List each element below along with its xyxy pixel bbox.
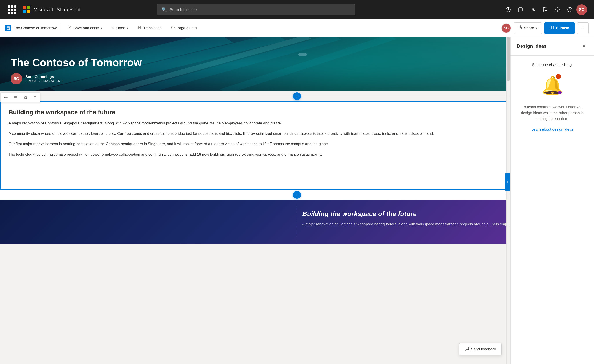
svg-point-11 xyxy=(567,7,572,12)
svg-rect-3 xyxy=(27,10,30,13)
translation-label: Translation xyxy=(143,26,162,30)
add-section-button-top[interactable]: + xyxy=(0,92,594,101)
user-avatar-button[interactable]: SC xyxy=(576,4,587,15)
two-column-layout: Building the workspace of the future A m… xyxy=(0,102,594,190)
save-close-chevron-icon: ▾ xyxy=(101,26,102,30)
page-content: The Contoso of Tomorrow SC Sara Cummings… xyxy=(0,37,594,364)
close-panel-button[interactable]: ✕ xyxy=(580,42,588,50)
panel-title: Design ideas xyxy=(517,43,547,49)
content-para-3: Our first major redevelopment is nearing… xyxy=(9,141,511,147)
content-section: Building the workspace of the future A m… xyxy=(0,101,594,190)
bell-orange-dot xyxy=(556,74,561,79)
hero-title: The Contoso of Tomorrow xyxy=(11,56,583,69)
send-feedback-button[interactable]: Send feedback xyxy=(459,343,502,355)
save-icon xyxy=(68,26,72,31)
collapse-panel-button[interactable] xyxy=(577,22,589,34)
notification-bell-icon: 🔔 xyxy=(541,72,563,99)
svg-point-6 xyxy=(532,8,533,9)
content-section-heading: Building the workspace of the future xyxy=(9,109,511,116)
panel-body: Someone else is editing. 🔔 To avoid conf… xyxy=(511,56,594,364)
svg-point-29 xyxy=(298,53,307,56)
svg-rect-0 xyxy=(23,6,27,9)
microsoft-logo[interactable]: Microsoft SharePoint xyxy=(23,6,81,14)
svg-point-20 xyxy=(173,26,173,27)
top-navigation: Microsoft SharePoint 🔍 Search this site … xyxy=(0,0,594,19)
svg-point-10 xyxy=(557,9,558,10)
page-type-icon xyxy=(5,25,11,31)
panel-side-handle[interactable] xyxy=(505,173,510,191)
waffle-menu-button[interactable] xyxy=(7,4,18,15)
sharepoint-label: SharePoint xyxy=(57,7,81,13)
share-chevron-icon: ▾ xyxy=(536,26,537,30)
svg-point-8 xyxy=(534,10,535,11)
svg-point-7 xyxy=(531,10,532,11)
editor-toolbar: The Contoso of Tomorrow Save and close ▾… xyxy=(0,19,594,37)
add-section-button-bottom[interactable]: + xyxy=(0,190,594,199)
hero-section: The Contoso of Tomorrow SC Sara Cummings… xyxy=(0,37,594,92)
main-content-area: The Contoso of Tomorrow SC Sara Cummings… xyxy=(0,37,594,364)
content-para-4: The technology-fueled, multiphase projec… xyxy=(9,152,511,157)
content-para-2: A community plaza where employees can ga… xyxy=(9,131,511,137)
conflict-description-text: To avoid conflicts, we won't offer you d… xyxy=(517,104,588,122)
svg-rect-33 xyxy=(25,97,27,99)
nav-right-icons: SC xyxy=(502,4,587,15)
toolbar-right-group: SC Share ▾ Publish xyxy=(501,22,589,34)
learn-about-design-ideas-link[interactable]: Learn about design ideas xyxy=(531,127,573,132)
help-circle-icon-button[interactable] xyxy=(502,4,514,15)
feedback-icon xyxy=(465,346,469,352)
hero-author-avatar: SC xyxy=(11,73,22,84)
share-label: Share xyxy=(524,26,534,30)
publish-icon xyxy=(550,26,554,31)
translation-icon xyxy=(137,26,142,31)
bell-purple-dot xyxy=(558,91,562,94)
feedback-icon-button[interactable] xyxy=(515,4,526,15)
hero-author-info: Sara Cummings PRODUCT MANAGER 2 xyxy=(26,75,63,83)
page-details-label: Page details xyxy=(177,26,197,30)
scroll-indicator[interactable] xyxy=(506,37,510,364)
editor-avatar[interactable]: SC xyxy=(501,23,511,33)
help-icon-button[interactable] xyxy=(564,4,575,15)
page-title-button[interactable]: The Contoso of Tomorrow xyxy=(5,25,57,31)
panel-header: Design ideas ✕ xyxy=(511,37,594,56)
page-title-text: The Contoso of Tomorrow xyxy=(14,26,57,30)
share-button[interactable]: Share ▾ xyxy=(514,22,542,34)
translation-button[interactable]: Translation xyxy=(134,22,165,34)
hero-author-name: Sara Cummings xyxy=(26,75,63,79)
section-settings-button[interactable] xyxy=(11,93,20,101)
delete-section-button[interactable] xyxy=(31,93,39,101)
flag-icon-button[interactable] xyxy=(540,4,551,15)
undo-label: Undo xyxy=(116,26,125,30)
settings-icon-button[interactable] xyxy=(552,4,563,15)
add-section-circle-bottom-icon[interactable]: + xyxy=(293,191,301,199)
hero-author-block: SC Sara Cummings PRODUCT MANAGER 2 xyxy=(11,73,583,84)
hero-author-role: PRODUCT MANAGER 2 xyxy=(26,79,63,83)
microsoft-label: Microsoft xyxy=(34,7,53,13)
publish-button[interactable]: Publish xyxy=(545,22,575,34)
svg-point-5 xyxy=(508,11,508,11)
search-icon: 🔍 xyxy=(162,7,167,12)
design-ideas-panel: Design ideas ✕ Someone else is editing. … xyxy=(510,37,594,364)
undo-icon: ↩ xyxy=(111,26,115,31)
svg-rect-22 xyxy=(550,26,553,29)
someone-editing-text: Someone else is editing. xyxy=(532,63,573,67)
undo-chevron-icon: ▾ xyxy=(127,26,128,30)
move-section-button[interactable] xyxy=(1,93,10,101)
svg-rect-1 xyxy=(27,6,30,9)
add-section-circle-icon[interactable]: + xyxy=(293,92,301,100)
duplicate-section-button[interactable] xyxy=(21,93,30,101)
divider-1 xyxy=(60,24,60,32)
search-bar[interactable]: 🔍 Search this site xyxy=(157,4,355,15)
save-close-button[interactable]: Save and close ▾ xyxy=(64,22,106,34)
page-details-icon xyxy=(171,26,175,31)
undo-button[interactable]: ↩ Undo ▾ xyxy=(108,22,132,34)
text-column[interactable]: Building the workspace of the future A m… xyxy=(0,102,519,190)
save-close-label: Save and close xyxy=(73,26,99,30)
share-icon xyxy=(518,26,522,31)
section-toolbar xyxy=(0,92,40,102)
bottom-dark-section: Building the workspace of the future A m… xyxy=(0,199,594,244)
page-details-button[interactable]: Page details xyxy=(167,22,201,34)
network-icon-button[interactable] xyxy=(527,4,539,15)
publish-label: Publish xyxy=(556,26,569,30)
bottom-dashed-divider xyxy=(297,199,297,244)
svg-rect-2 xyxy=(23,10,27,13)
